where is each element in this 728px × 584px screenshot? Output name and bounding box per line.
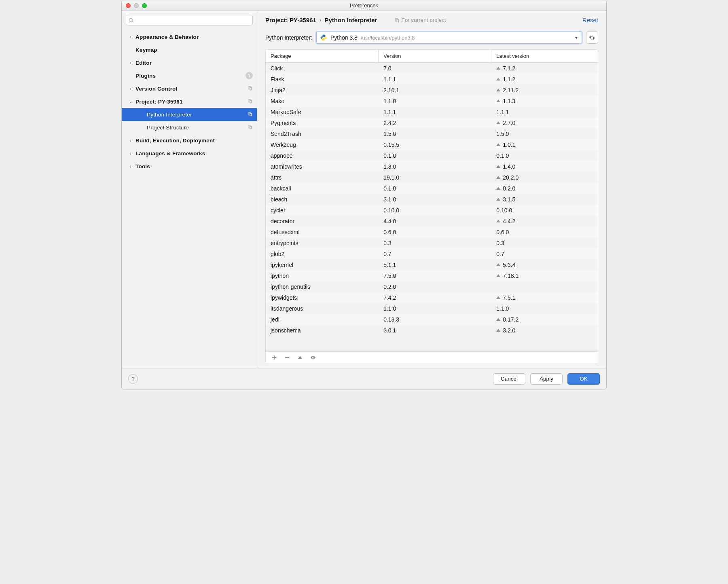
table-row[interactable]: atomicwrites1.3.01.4.0 [266, 161, 598, 172]
cell-package: cycler [266, 207, 379, 214]
cell-package: ipykernel [266, 262, 379, 268]
upgrade-available-icon [496, 165, 500, 168]
sidebar-item[interactable]: Keymap [122, 43, 257, 56]
minus-icon [284, 355, 290, 360]
add-package-button[interactable] [271, 355, 277, 360]
table-row[interactable]: glob20.70.7 [266, 248, 598, 259]
table-header: Package Version Latest version [266, 50, 598, 63]
upgrade-available-icon [496, 329, 500, 332]
search-input-wrapper[interactable] [126, 15, 253, 25]
sidebar-item[interactable]: Project Structure [122, 121, 257, 134]
table-row[interactable]: Mako1.1.01.1.3 [266, 95, 598, 106]
table-row[interactable]: Click7.07.1.2 [266, 63, 598, 74]
cell-latest: 0.2.0 [491, 185, 598, 192]
column-header-package[interactable]: Package [266, 50, 379, 62]
sidebar-item[interactable]: ›Tools [122, 160, 257, 173]
help-button[interactable]: ? [128, 374, 138, 384]
cell-package: jedi [266, 316, 379, 323]
upgrade-available-icon [496, 220, 500, 222]
sidebar-item-label: Plugins [135, 73, 156, 79]
sidebar-item[interactable]: ›Languages & Frameworks [122, 147, 257, 160]
upgrade-available-icon [496, 67, 500, 70]
upgrade-available-icon [496, 143, 500, 146]
cell-latest: 0.10.0 [491, 207, 598, 214]
upgrade-available-icon [496, 187, 500, 190]
upgrade-available-icon [496, 318, 500, 321]
project-scope-icon [247, 85, 253, 92]
search-input[interactable] [134, 17, 250, 24]
interpreter-dropdown[interactable]: Python 3.8 /usr/local/bin/python3.8 ▼ [316, 32, 582, 44]
sidebar-item[interactable]: ›Editor [122, 56, 257, 69]
column-header-version[interactable]: Version [379, 50, 491, 62]
cell-latest: 1.1.3 [491, 98, 598, 104]
table-row[interactable]: entrypoints0.30.3 [266, 237, 598, 248]
table-row[interactable]: cycler0.10.00.10.0 [266, 205, 598, 216]
table-row[interactable]: ipython-genutils0.2.0 [266, 281, 598, 292]
eye-icon [310, 355, 316, 360]
table-row[interactable]: attrs19.1.020.2.0 [266, 172, 598, 183]
sidebar-item[interactable]: ›Build, Execution, Deployment [122, 134, 257, 147]
table-row[interactable]: Send2Trash1.5.01.5.0 [266, 128, 598, 139]
chevron-icon: ⌄ [128, 99, 133, 104]
table-row[interactable]: appnope0.1.00.1.0 [266, 150, 598, 161]
ok-button[interactable]: OK [567, 373, 600, 385]
reset-link[interactable]: Reset [582, 17, 598, 23]
table-row[interactable]: ipykernel5.1.15.3.4 [266, 259, 598, 270]
main-panel: Project: PY-35961 › Python Interpreter F… [257, 11, 606, 368]
cell-version: 0.15.5 [379, 142, 491, 148]
breadcrumb-segment[interactable]: Project: PY-35961 [265, 17, 316, 23]
upgrade-available-icon [496, 78, 500, 80]
sidebar-item[interactable]: Plugins1 [122, 69, 257, 82]
sidebar-item[interactable]: ⌄Project: PY-35961 [122, 95, 257, 108]
table-row[interactable]: Flask1.1.11.1.2 [266, 74, 598, 85]
cell-package: appnope [266, 152, 379, 159]
table-row[interactable]: defusedxml0.6.00.6.0 [266, 226, 598, 237]
sidebar-item[interactable]: Python Interpreter [122, 108, 257, 121]
window-title: Preferences [122, 2, 606, 8]
cell-package: ipython-genutils [266, 284, 379, 290]
interpreter-path: /usr/local/bin/python3.8 [361, 35, 415, 41]
cell-package: Jinja2 [266, 87, 379, 93]
sidebar-item-label: Appearance & Behavior [135, 34, 199, 40]
table-row[interactable]: MarkupSafe1.1.11.1.1 [266, 106, 598, 117]
table-row[interactable]: Pygments2.4.22.7.0 [266, 117, 598, 128]
show-early-releases-button[interactable] [310, 355, 316, 360]
sidebar-item[interactable]: ›Appearance & Behavior [122, 30, 257, 43]
cell-version: 1.1.1 [379, 76, 491, 83]
column-header-latest[interactable]: Latest version [491, 50, 598, 62]
remove-package-button[interactable] [284, 355, 290, 360]
project-scope-icon [247, 124, 253, 131]
upgrade-available-icon [496, 274, 500, 277]
upgrade-package-button[interactable] [297, 355, 303, 360]
cell-package: Mako [266, 98, 379, 104]
sidebar-item[interactable]: ›Version Control [122, 82, 257, 95]
table-row[interactable]: ipython7.5.07.18.1 [266, 270, 598, 281]
chevron-icon: › [128, 87, 133, 91]
table-row[interactable]: jsonschema3.0.13.2.0 [266, 325, 598, 336]
upgrade-available-icon [496, 263, 500, 266]
cell-latest: 2.11.2 [491, 87, 598, 93]
table-row[interactable]: itsdangerous1.1.01.1.0 [266, 303, 598, 314]
interpreter-settings-button[interactable] [586, 32, 598, 44]
apply-button[interactable]: Apply [530, 373, 563, 385]
table-row[interactable]: Werkzeug0.15.51.0.1 [266, 139, 598, 150]
cell-latest: 1.4.0 [491, 163, 598, 170]
cancel-button[interactable]: Cancel [493, 373, 525, 385]
cell-latest: 0.1.0 [491, 152, 598, 159]
table-row[interactable]: jedi0.13.30.17.2 [266, 314, 598, 325]
table-row[interactable]: backcall0.1.00.2.0 [266, 183, 598, 194]
cell-version: 0.10.0 [379, 207, 491, 214]
cell-latest: 2.7.0 [491, 120, 598, 126]
scope-hint: For current project [394, 17, 446, 23]
cell-package: itsdangerous [266, 305, 379, 312]
table-row[interactable]: decorator4.4.04.4.2 [266, 216, 598, 226]
cell-latest: 0.6.0 [491, 229, 598, 235]
cell-latest: 0.3 [491, 240, 598, 246]
sidebar-item-label: Python Interpreter [147, 112, 192, 118]
copy-icon [394, 17, 400, 23]
plus-icon [271, 355, 277, 360]
table-row[interactable]: ipywidgets7.4.27.5.1 [266, 292, 598, 303]
cell-version: 0.1.0 [379, 185, 491, 192]
table-row[interactable]: Jinja22.10.12.11.2 [266, 85, 598, 95]
table-row[interactable]: bleach3.1.03.1.5 [266, 194, 598, 205]
